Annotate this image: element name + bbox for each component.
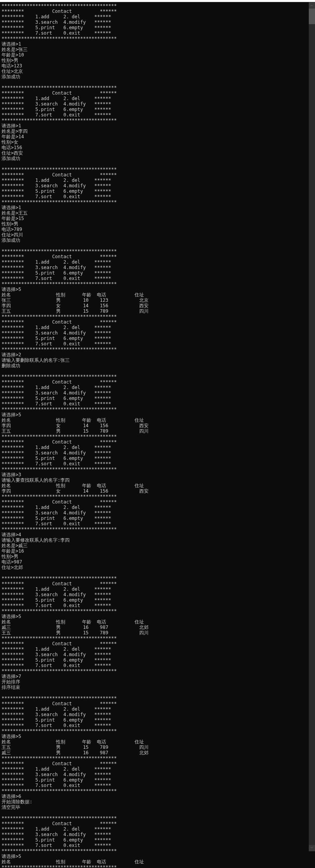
input-modify-name[interactable]: 李四 [60, 537, 70, 543]
menu-row-1: ******** 1.add 2. del ****** [2, 385, 111, 390]
menu-row-1: ******** 1.add 2. del ****** [2, 445, 111, 450]
input-sex[interactable]: 男 [14, 58, 18, 63]
table-header: 姓名 性别 年龄 电话 住址 [2, 483, 161, 488]
msg-clear-start: 开始清除数据: [2, 799, 32, 805]
scroll-thumb[interactable] [309, 9, 315, 24]
menu-border: ****************************************… [2, 467, 117, 472]
menu-row-1: ******** 1.add 2. del ****** [2, 14, 111, 19]
msg-sort-start: 开始排序 [2, 679, 20, 685]
menu-row-3: ******** 5.print 6.empty ****** [2, 717, 111, 723]
menu-border: ****************************************… [2, 85, 117, 90]
table-row: 王五 男 15 789 四川 [2, 745, 165, 750]
scroll-down-icon[interactable]: ﹀ [309, 845, 315, 851]
menu-row-3: ******** 5.print 6.empty ****** [2, 188, 111, 194]
menu-row-4: ******** 7.sort 0.exit ****** [2, 521, 111, 526]
scroll-up-icon[interactable]: ︿ [309, 2, 315, 9]
menu-row-4: ******** 7.sort 0.exit ****** [2, 603, 111, 608]
menu-row-2: ******** 3.search 4.modify ****** [2, 183, 111, 188]
input-choice[interactable]: 2 [18, 352, 21, 357]
input-choice[interactable]: 1 [18, 123, 21, 129]
input-tel[interactable]: 987 [14, 559, 22, 565]
vertical-scrollbar[interactable]: ︿ ﹀ [309, 2, 315, 851]
menu-border: ****************************************… [2, 695, 117, 701]
input-name[interactable]: 戚三 [18, 543, 28, 548]
table-header: 姓名 性别 年龄 电话 住址 [2, 619, 161, 625]
input-choice[interactable]: 5 [18, 734, 21, 739]
input-age[interactable]: 16 [18, 548, 24, 554]
input-choice[interactable]: 5 [18, 854, 21, 859]
console-output: ****************************************… [0, 2, 315, 868]
menu-row-2: ******** 3.search 4.modify ****** [2, 652, 111, 657]
menu-border: ****************************************… [2, 815, 117, 821]
input-choice[interactable]: 5 [18, 412, 21, 417]
input-choice[interactable]: 3 [18, 472, 21, 477]
menu-row-2: ******** 3.search 4.modify ****** [2, 832, 111, 837]
input-choice[interactable]: 1 [18, 205, 21, 210]
menu-border: ****************************************… [2, 347, 117, 352]
input-sex[interactable]: 女 [14, 139, 18, 145]
prompt-addr: 住址> [2, 232, 14, 238]
table-row: 王五 男 15 789 四川 [2, 630, 165, 636]
input-addr[interactable]: 北郊 [14, 565, 23, 570]
msg-add-ok: 添加成功 [2, 156, 20, 161]
menu-row-2: ******** 3.search 4.modify ****** [2, 772, 111, 777]
input-del-name[interactable]: 张三 [60, 357, 70, 363]
prompt-tel: 电话> [2, 63, 14, 69]
menu-title: ******** Contact ****** [2, 641, 117, 646]
table-header: 姓名 性别 年龄 电话 住址 [2, 859, 161, 864]
menu-title: ******** Contact ****** [2, 172, 117, 178]
input-tel[interactable]: 123 [14, 63, 22, 69]
menu-border: ****************************************… [2, 864, 117, 868]
menu-row-1: ******** 1.add 2. del ****** [2, 706, 111, 712]
table-header: 姓名 性别 年龄 电话 住址 [2, 417, 161, 423]
prompt-del-name: 请输入要删除联系人的名字: [2, 357, 60, 363]
menu-row-2: ******** 3.search 4.modify ****** [2, 390, 111, 396]
table-row: 李四 女 14 156 西安 [2, 303, 165, 308]
input-name[interactable]: 王五 [18, 210, 28, 216]
input-name[interactable]: 张三 [18, 47, 28, 52]
menu-row-3: ******** 5.print 6.empty ****** [2, 516, 111, 521]
table-row: 李四 女 14 156 西安 [2, 423, 165, 428]
menu-row-3: ******** 5.print 6.empty ****** [2, 837, 111, 843]
input-tel[interactable]: 789 [14, 227, 22, 232]
input-age[interactable]: 10 [18, 52, 24, 58]
input-addr[interactable]: 西安 [14, 150, 23, 156]
menu-row-4: ******** 7.sort 0.exit ****** [2, 843, 111, 848]
input-choice[interactable]: 5 [18, 287, 21, 292]
input-sex[interactable]: 男 [14, 554, 18, 559]
input-choice[interactable]: 1 [18, 41, 21, 47]
menu-row-4: ******** 7.sort 0.exit ****** [2, 461, 111, 467]
prompt-sex: 性别> [2, 554, 14, 559]
input-tel[interactable]: 156 [14, 145, 22, 150]
input-search-name[interactable]: 李四 [60, 477, 70, 483]
input-name[interactable]: 李四 [18, 129, 28, 134]
input-choice[interactable]: 4 [18, 532, 21, 537]
menu-border: ****************************************… [2, 755, 117, 761]
menu-row-2: ******** 3.search 4.modify ****** [2, 510, 111, 516]
prompt-name: 姓名是> [2, 47, 18, 52]
input-addr[interactable]: 北京 [14, 69, 23, 74]
menu-border: ****************************************… [2, 199, 117, 205]
input-sex[interactable]: 男 [14, 221, 18, 227]
msg-del-ok: 删除成功 [2, 363, 20, 368]
prompt-choose: 请选择> [2, 352, 18, 357]
menu-border: ****************************************… [2, 576, 117, 581]
prompt-choose: 请选择> [2, 287, 18, 292]
menu-border: ****************************************… [2, 314, 117, 319]
menu-row-3: ******** 5.print 6.empty ****** [2, 597, 111, 603]
prompt-addr: 住址> [2, 565, 14, 570]
input-choice[interactable]: 5 [18, 614, 21, 619]
input-age[interactable]: 14 [18, 134, 24, 139]
input-addr[interactable]: 四川 [14, 232, 23, 238]
menu-row-4: ******** 7.sort 0.exit ****** [2, 401, 111, 407]
input-choice[interactable]: 7 [18, 674, 21, 679]
prompt-modify-name: 请输入要修改联系人的名字: [2, 537, 60, 543]
prompt-choose: 请选择> [2, 734, 18, 739]
menu-title: ******** Contact ****** [2, 499, 117, 505]
prompt-age: 年龄是> [2, 216, 18, 221]
input-choice[interactable]: 6 [18, 794, 21, 799]
prompt-choose: 请选择> [2, 205, 18, 210]
menu-row-4: ******** 7.sort 0.exit ****** [2, 341, 111, 347]
input-age[interactable]: 15 [18, 216, 24, 221]
menu-row-3: ******** 5.print 6.empty ****** [2, 456, 111, 461]
